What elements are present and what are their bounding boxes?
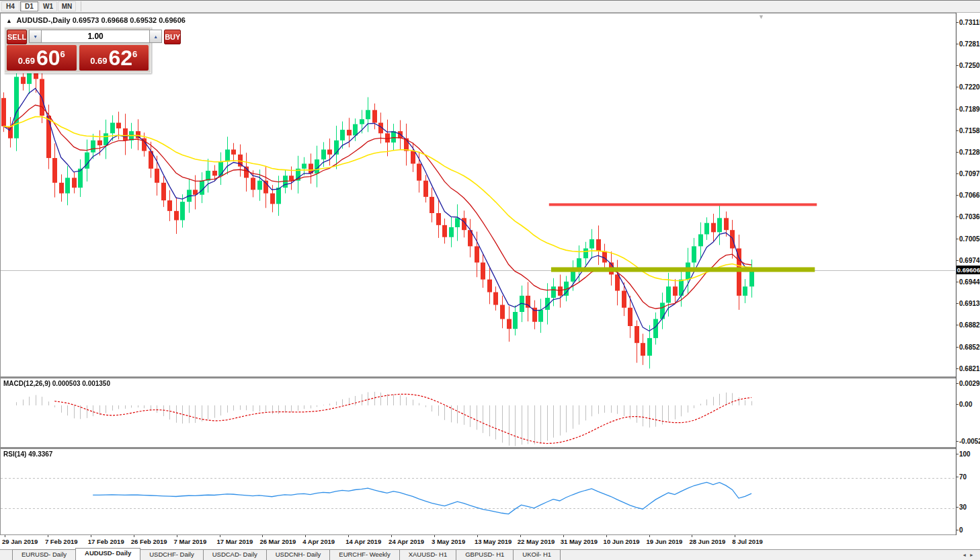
price-tick-mark [956, 303, 958, 304]
date-tickmark [606, 535, 607, 537]
tab-scroll-arrows[interactable]: ◄► [962, 553, 977, 557]
date-label: 14 Apr 2019 [345, 538, 381, 545]
date-tickmark [348, 535, 349, 537]
date-tickmark [735, 535, 735, 537]
chart-tab-gbpusd[interactable]: GBPUSD- H1 [456, 549, 514, 560]
chart-tab-audusd[interactable]: AUDUSD- Daily [75, 548, 140, 560]
rsi-tick-mark [956, 530, 958, 530]
date-tickmark [520, 535, 521, 537]
buy-price-prefix: 0.69 [90, 56, 107, 66]
volume-increase-button[interactable]: ▲ [149, 30, 162, 43]
chart-tab-usdcnh[interactable]: USDCNH- Daily [266, 549, 331, 560]
sell-price-tile[interactable]: 0.69 60 6 [7, 45, 77, 71]
buy-button[interactable]: BUY [164, 30, 181, 44]
chevron-up-icon: ▲ [153, 34, 158, 39]
price-tick: 0.70665 [959, 192, 980, 199]
date-label: 4 Apr 2019 [302, 538, 335, 545]
price-tick: 0.69745 [959, 257, 980, 264]
price-tick: 0.70970 [959, 170, 980, 177]
date-tickmark [91, 535, 91, 537]
price-tick-mark [956, 239, 958, 239]
rsi-tick-mark [956, 507, 958, 508]
macd-tick-mark [956, 383, 958, 384]
chevron-down-icon: ▼ [33, 34, 38, 39]
date-label: 26 Feb 2019 [131, 538, 167, 545]
volume-stepper: ▼ ▲ [29, 30, 162, 43]
date-axis[interactable]: 29 Jan 20197 Feb 201917 Feb 201926 Feb 2… [0, 535, 980, 549]
rsi-tick: 0 [959, 526, 963, 534]
rsi-indicator-panel: RSI(14) 49.3367 [0, 448, 956, 535]
price-tick: 0.72200 [959, 83, 980, 91]
date-label: 29 Jan 2019 [2, 538, 38, 545]
price-tick-mark [956, 282, 958, 282]
collapse-arrow-icon[interactable]: ▲ [6, 17, 12, 24]
chart-tab-usdchf[interactable]: USDCHF- Daily [140, 549, 204, 560]
date-tickmark [220, 535, 220, 537]
buy-price-main: 62 [108, 47, 132, 69]
date-label: 31 May 2019 [561, 538, 598, 545]
price-tick-mark [956, 22, 958, 23]
macd-canvas[interactable] [1, 378, 955, 448]
price-tick: 0.69440 [959, 278, 980, 286]
date-label: 8 Jul 2019 [732, 538, 762, 545]
rsi-axis[interactable]: 10070300 [956, 448, 980, 535]
macd-tick-mark [956, 404, 958, 405]
timeframe-toolbar: H4D1W1MN [0, 0, 980, 13]
date-tickmark [692, 535, 692, 537]
price-tick: 0.68520 [959, 344, 980, 351]
rsi-tick-mark [956, 477, 958, 477]
rsi-tick-mark [956, 454, 958, 454]
chart-tab-eurchf[interactable]: EURCHF- Weekly [329, 549, 399, 560]
chart-tabs: EURUSD- DailyAUDUSD- DailyUSDCHF- DailyU… [12, 550, 560, 560]
timeframe-button-mn[interactable]: MN [58, 1, 76, 11]
date-tickmark [177, 535, 177, 537]
date-tickmark [477, 535, 478, 537]
tab-scroll-left-icon[interactable]: ◄ [962, 553, 969, 557]
price-tick: 0.73115 [959, 19, 980, 26]
price-tick-mark [956, 152, 958, 153]
date-label: 19 Jun 2019 [647, 538, 683, 545]
date-tickmark [48, 535, 48, 537]
tab-scroll-right-icon[interactable]: ► [969, 553, 977, 557]
price-tick-mark [956, 173, 958, 174]
price-tick: 0.68825 [959, 321, 980, 329]
timeframe-button-h4[interactable]: H4 [1, 1, 19, 11]
date-label: 7 Mar 2019 [174, 538, 207, 545]
date-label: 24 Apr 2019 [389, 538, 424, 545]
price-tick-mark [956, 260, 958, 261]
chart-tab-usdcad[interactable]: USDCAD- Daily [203, 549, 267, 560]
volume-decrease-button[interactable]: ▼ [29, 30, 42, 43]
price-tick-mark [956, 195, 958, 196]
price-tick-mark [956, 347, 958, 348]
price-axis[interactable]: 0.731150.728100.725050.722000.718900.715… [956, 13, 980, 377]
buy-price-tile[interactable]: 0.69 62 6 [79, 45, 149, 71]
chart-shift-marker-icon[interactable]: ▼ [758, 13, 764, 20]
rsi-tick: 30 [959, 504, 967, 511]
chart-tab-eurusd[interactable]: EURUSD- Daily [12, 549, 76, 560]
buy-price-pipette: 6 [132, 49, 137, 59]
price-tick-mark [956, 216, 958, 217]
price-tick: 0.71890 [959, 106, 980, 113]
timeframe-buttons: H4D1W1MN [1, 1, 77, 11]
volume-input[interactable] [42, 30, 149, 43]
timeframe-button-w1[interactable]: W1 [39, 1, 57, 11]
current-price-tag: 0.69606 [956, 266, 980, 274]
macd-tick: -0.00525 [959, 438, 980, 445]
price-tick-mark [956, 65, 958, 66]
date-label: 10 Jun 2019 [604, 538, 640, 545]
rsi-canvas[interactable] [1, 449, 955, 535]
chart-tab-bar: EURUSD- DailyAUDUSD- DailyUSDCHF- DailyU… [0, 549, 980, 560]
chart-tab-ukoil[interactable]: UKOil- H1 [513, 549, 561, 560]
macd-tick: 0.002984 [959, 380, 980, 387]
chart-tab-xauusd[interactable]: XAUUSD- H1 [399, 549, 457, 560]
one-click-trading-panel: SELL ▼ ▲ BUY 0.69 60 6 0.69 62 6 [4, 27, 151, 73]
price-tick-mark [956, 368, 958, 369]
timeframe-button-d1[interactable]: D1 [20, 1, 38, 11]
sell-button[interactable]: SELL [7, 30, 27, 44]
ohlc-values: 0.69573 0.69668 0.69532 0.69606 [73, 16, 186, 24]
date-tickmark [563, 535, 564, 537]
sell-price-pipette: 6 [60, 49, 65, 59]
macd-axis[interactable]: 0.0029840.00-0.00525 [956, 377, 980, 448]
date-tickmark [434, 535, 435, 537]
price-tick-mark [956, 44, 958, 44]
